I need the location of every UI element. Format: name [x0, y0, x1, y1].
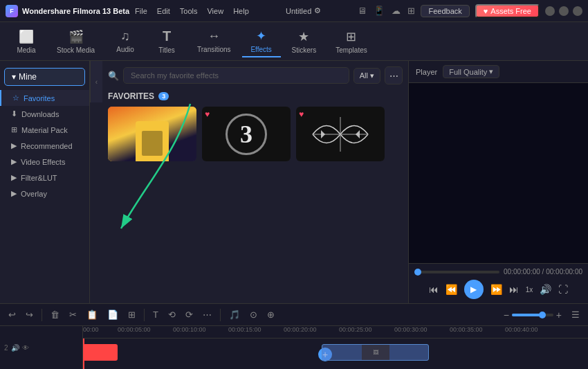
player-volume[interactable]: 🔊: [540, 284, 551, 295]
svg-marker-3: [356, 130, 360, 138]
player-fullscreen[interactable]: ⛶: [558, 284, 568, 295]
main-area: ▾ Mine ☆ Favorites ⬇ Downloads ⊞ Materia…: [0, 61, 588, 303]
progress-bar[interactable]: [414, 271, 499, 273]
player-speed[interactable]: 1x: [526, 286, 533, 294]
tl-divider-1: [42, 309, 42, 321]
tl-delete-btn[interactable]: 🗑: [48, 308, 62, 321]
win-maximize[interactable]: [559, 6, 569, 16]
toolbar-effects[interactable]: ✦ Effects: [242, 26, 281, 57]
clip-blue[interactable]: 🖼: [322, 344, 429, 361]
timeline-ruler: 00:00 00:00:05:00 00:00:10:00 00:00:15:0…: [83, 326, 588, 369]
menu-tools[interactable]: Tools: [180, 7, 198, 15]
sidebar-item-video-effects[interactable]: ▶ Video Effects: [0, 154, 89, 170]
menu-view[interactable]: View: [207, 7, 223, 15]
menu-help[interactable]: Help: [233, 7, 249, 15]
tl-audio-btn[interactable]: 🎵: [226, 308, 243, 321]
search-filter-dropdown[interactable]: All ▾: [353, 68, 380, 84]
filter-lut-chevron: ▶: [11, 173, 17, 182]
player-skip-back[interactable]: ⏮: [429, 284, 439, 295]
sidebar-item-favorites[interactable]: ☆ Favorites: [0, 90, 89, 106]
timeline: ↩ ↪ 🗑 ✂ 📋 📄 ⊞ T ⟲ ⟳ ⋯ 🎵 ⊙ ⊕ − + ☰ 2: [0, 303, 588, 369]
zoom-out-btn[interactable]: −: [504, 309, 509, 321]
ruler-mark-6: 00:00:30:00: [394, 326, 428, 333]
app-logo: F Wondershare Filmora 13 Beta: [6, 5, 129, 17]
tl-split-btn[interactable]: ⊞: [125, 308, 138, 321]
menu-bar: File Edit Tools View Help: [135, 7, 249, 15]
tl-more-btn[interactable]: ⋯: [200, 308, 214, 321]
clip-red[interactable]: [83, 344, 118, 361]
toolbar-stock-media[interactable]: 🎬 Stock Media: [48, 26, 103, 57]
audio-label: Audio: [116, 46, 134, 53]
search-icon: 🔍: [108, 71, 119, 81]
sidebar-item-overlay[interactable]: ▶ Overlay: [0, 186, 89, 201]
tl-settings-btn[interactable]: ☰: [569, 308, 582, 321]
tl-redo-btn[interactable]: ↪: [23, 308, 36, 321]
timeline-cursor: [83, 339, 84, 369]
win-close[interactable]: [573, 6, 582, 16]
player-quality-dropdown[interactable]: Full Quality ▾: [443, 65, 499, 78]
ruler-mark-7: 00:00:35:00: [450, 326, 483, 333]
svg-marker-2: [321, 130, 325, 138]
overlay-chevron: ▶: [11, 189, 17, 198]
player-step-forward[interactable]: ⏩: [490, 284, 502, 295]
tl-undo-btn[interactable]: ↩: [6, 308, 19, 321]
zoom-bar[interactable]: [512, 314, 553, 316]
player-step-back[interactable]: ⏪: [445, 284, 457, 295]
search-more-button[interactable]: ⋯: [385, 66, 403, 84]
sidebar-mine[interactable]: ▾ Mine: [4, 68, 85, 86]
assets-button[interactable]: ♥ Assets Free: [475, 4, 540, 18]
player-skip-forward[interactable]: ⏭: [509, 284, 519, 295]
player-controls: 00:00:00:00 / 00:00:00:00 ⏮ ⏪ ▶ ⏩ ⏭ 1x 🔊…: [409, 263, 588, 303]
icon-cloud: ☁: [392, 6, 401, 16]
tl-paste-btn[interactable]: 📄: [104, 308, 121, 321]
tl-snap-btn[interactable]: ⊙: [247, 308, 260, 321]
zoom-in-btn[interactable]: +: [556, 309, 562, 321]
favorites-label: Favorites: [24, 94, 55, 102]
time-display: 00:00:00:00 / 00:00:00:00: [504, 268, 582, 276]
effect-card-countdown[interactable]: ♥ 3 Movie Countdown Overlay 09: [202, 107, 291, 161]
more-icon: ⋯: [389, 71, 398, 81]
sidebar-item-downloads[interactable]: ⬇ Downloads: [0, 106, 89, 122]
tl-copy-btn[interactable]: 📋: [84, 308, 100, 321]
chevron-icon: ▾: [12, 72, 16, 82]
timeline-tracks: + 🖼: [83, 339, 588, 369]
logo-icon: F: [6, 5, 18, 17]
titlebar: F Wondershare Filmora 13 Beta File Edit …: [0, 0, 588, 22]
sidebar-item-filter-lut[interactable]: ▶ Filter&LUT: [0, 170, 89, 186]
ruler-mark-8: 00:00:40:00: [505, 326, 538, 333]
effect-card-rgb-strobe[interactable]: RGB Strobe: [108, 107, 196, 161]
sidebar-item-recommended[interactable]: ▶ Recommended: [0, 138, 89, 154]
mine-label: Mine: [19, 72, 37, 82]
tl-text-btn[interactable]: T: [150, 308, 161, 321]
icon-phone: 📱: [374, 6, 385, 16]
toolbar-audio[interactable]: ♫ Audio: [106, 26, 145, 56]
toolbar-stickers[interactable]: ★ Stickers: [284, 26, 325, 57]
distort-thumb: ♥: [296, 107, 385, 161]
win-minimize[interactable]: [545, 6, 555, 16]
menu-file[interactable]: File: [135, 7, 147, 15]
toolbar-media[interactable]: ⬜ Media: [7, 26, 46, 57]
assets-label: Assets Free: [490, 7, 531, 15]
timeline-body: 2 🔊 👁 00:00 00:00:05:00 00:00:10:00 00:0…: [0, 326, 588, 369]
tl-connect-btn[interactable]: ⊕: [264, 308, 277, 321]
content-area: 🔍 All ▾ ⋯ FAVORITES 3: [102, 61, 408, 303]
sidebar-collapse-btn[interactable]: ‹: [90, 61, 102, 102]
titles-icon: T: [163, 28, 171, 44]
app-name: Wondershare Filmora 13 Beta: [22, 7, 129, 15]
feedback-button[interactable]: Feedback: [421, 5, 469, 17]
title-icon: ⚙: [314, 6, 321, 15]
tl-cut-btn[interactable]: ✂: [66, 308, 80, 321]
effect-card-distort[interactable]: ♥ Distorting Mirror 1: [296, 107, 385, 161]
toolbar-templates[interactable]: ⊞ Templates: [327, 26, 376, 57]
player-play-button[interactable]: ▶: [464, 280, 484, 299]
toolbar-titles[interactable]: T Titles: [147, 26, 186, 57]
ruler-mark-3: 00:00:15:00: [228, 326, 261, 333]
search-input[interactable]: [123, 67, 349, 84]
downloads-icon: ⬇: [11, 109, 17, 118]
player-screen: [409, 83, 588, 263]
menu-edit[interactable]: Edit: [157, 7, 170, 15]
toolbar-transitions[interactable]: ↔ Transitions: [189, 26, 239, 56]
tl-loop-btn[interactable]: ⟳: [183, 308, 196, 321]
tl-ripple-btn[interactable]: ⟲: [165, 308, 178, 321]
sidebar-item-material-pack[interactable]: ⊞ Material Pack: [0, 122, 89, 138]
